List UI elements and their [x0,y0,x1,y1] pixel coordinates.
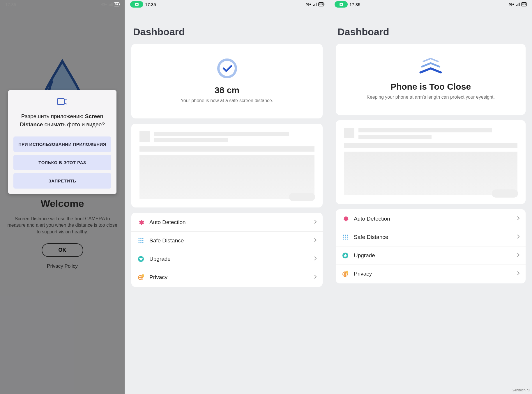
svg-rect-21 [343,239,344,239]
too-close-icon [343,58,519,77]
distance-status-card: Phone is Too Close Keeping your phone at… [336,44,526,115]
check-icon [138,58,316,80]
svg-rect-3 [140,238,141,239]
svg-rect-17 [347,235,348,236]
distance-message: Your phone is now at a safe screen dista… [138,97,316,104]
star-icon [137,255,145,263]
permission-text: Разрешить приложению Screen Distance сни… [13,112,111,128]
placeholder-card [131,124,323,207]
clock: 17:35 [145,2,156,7]
settings-item-auto-detection[interactable]: Auto Detection [131,213,323,231]
svg-rect-23 [347,239,348,239]
chevron-right-icon [517,234,520,240]
grid-icon [342,233,349,241]
status-bar: 17:35 4G+ 63 [125,0,329,9]
grid-icon [137,237,145,244]
settings-label: Safe Distance [354,234,517,240]
settings-item-privacy[interactable]: Privacy [131,268,323,286]
battery-icon: 64 [114,2,119,6]
settings-label: Upgrade [354,252,517,259]
settings-label: Privacy [149,274,314,281]
globe-icon [137,274,145,281]
signal-icon [313,3,317,6]
chevron-right-icon [314,219,317,225]
distance-value: 38 cm [138,85,316,95]
page-title: Dashboard [133,26,329,38]
svg-rect-18 [343,237,344,238]
chevron-right-icon [517,216,520,222]
svg-rect-6 [140,240,141,241]
battery-icon: 63 [521,2,527,6]
settings-label: Upgrade [149,256,314,262]
svg-rect-2 [139,238,139,239]
distance-message: Keeping your phone at arm's length can p… [343,94,519,100]
camera-active-pill [130,1,143,8]
svg-rect-7 [142,240,143,241]
settings-label: Safe Distance [149,237,314,244]
chevron-right-icon [314,274,317,280]
battery-icon: 63 [318,2,324,6]
settings-item-upgrade[interactable]: Upgrade [336,246,526,265]
star-icon [342,252,349,259]
svg-rect-15 [343,235,344,236]
network-label: 4G+ [509,3,514,6]
settings-item-safe-distance[interactable]: Safe Distance [336,228,526,246]
settings-label: Auto Detection [149,219,314,226]
settings-label: Auto Detection [354,216,517,222]
svg-rect-8 [139,242,139,243]
signal-icon [516,3,520,6]
permission-dialog: Разрешить приложению Screen Distance сни… [8,90,116,194]
settings-item-auto-detection[interactable]: Auto Detection [336,210,526,228]
placeholder-card [336,120,526,204]
settings-label: Privacy [354,271,517,277]
svg-rect-19 [345,237,346,238]
allow-while-using-button[interactable]: ПРИ ИСПОЛЬЗОВАНИИ ПРИЛОЖЕНИЯ [13,136,111,152]
chevron-right-icon [314,256,317,262]
svg-rect-22 [345,239,346,239]
settings-list: Auto Detection Safe Distance Upgrade Pri… [336,209,526,283]
network-label: 4G+ [306,3,311,6]
status-bar: 17:35 4G+ 63 [329,0,532,9]
svg-rect-5 [139,240,139,241]
allow-once-button[interactable]: ТОЛЬКО В ЭТОТ РАЗ [13,155,111,170]
svg-point-1 [218,60,236,77]
deny-button[interactable]: ЗАПРЕТИТЬ [13,173,111,189]
settings-list: Auto Detection Safe Distance Upgrade Pri… [131,213,323,287]
settings-item-privacy[interactable]: Privacy [336,265,526,283]
chevron-right-icon [517,253,520,258]
chevron-right-icon [314,238,317,244]
svg-rect-16 [345,235,346,236]
gear-icon [342,215,349,223]
gear-icon [137,219,145,226]
globe-icon [342,270,349,278]
page-title: Dashboard [337,26,532,38]
overlay-dim [0,0,125,394]
watermark: 24hitech.ru [512,388,530,392]
settings-item-upgrade[interactable]: Upgrade [131,250,323,268]
chevron-right-icon [517,271,520,277]
distance-heading: Phone is Too Close [343,82,519,92]
distance-status-card: 38 cm Your phone is now at a safe screen… [131,44,323,118]
clock: 17:35 [349,2,360,7]
settings-item-safe-distance[interactable]: Safe Distance [131,231,323,250]
svg-rect-4 [142,238,143,239]
camera-active-pill [335,1,348,8]
svg-rect-10 [142,242,143,243]
svg-rect-9 [140,242,141,243]
svg-rect-0 [57,99,64,104]
svg-rect-20 [347,237,348,238]
camera-icon [13,97,111,106]
